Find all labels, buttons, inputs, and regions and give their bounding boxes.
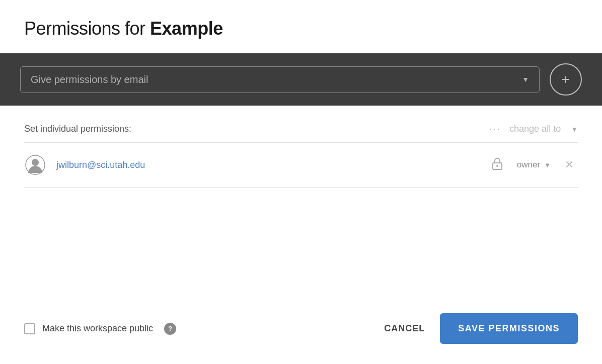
email-dropdown[interactable]: Give permissions by email ▼ [20, 66, 540, 93]
save-permissions-button[interactable]: SAVE PERMISSIONS [440, 313, 578, 344]
lock-icon [492, 157, 503, 173]
permission-row: jwilburn@sci.utah.edu owner ▼ ✕ [24, 143, 578, 187]
role-chevron-icon: ▼ [544, 161, 551, 169]
dots-spacer: ··· change all to ▼ [131, 124, 578, 134]
chevron-down-icon: ▼ [522, 75, 529, 83]
role-label: owner [517, 160, 540, 170]
public-workspace-label: Make this workspace public [42, 323, 153, 334]
permissions-label: Set individual permissions: [24, 124, 131, 134]
public-workspace-checkbox[interactable] [24, 323, 35, 334]
public-workspace-container: Make this workspace public ? [24, 323, 369, 335]
change-all-chevron-icon[interactable]: ▼ [571, 125, 578, 133]
footer-area: Make this workspace public ? CANCEL SAVE… [0, 299, 602, 364]
svg-point-1 [32, 159, 39, 166]
content-area: Set individual permissions: ··· change a… [0, 106, 602, 299]
page-title: Permissions for Example [0, 0, 602, 53]
help-icon[interactable]: ? [164, 323, 176, 335]
add-permission-button[interactable]: + [550, 63, 582, 96]
role-dropdown[interactable]: owner ▼ [517, 160, 551, 170]
more-options-icon[interactable]: ··· [489, 124, 501, 134]
email-placeholder: Give permissions by email [31, 74, 148, 85]
user-avatar-icon [24, 154, 46, 176]
user-email[interactable]: jwilburn@sci.utah.edu [56, 160, 482, 170]
header-bar: Give permissions by email ▼ + [0, 53, 602, 106]
plus-icon: + [562, 72, 570, 86]
change-all-to-label: change all to [509, 124, 561, 134]
svg-point-3 [496, 165, 498, 167]
cancel-button[interactable]: CANCEL [369, 314, 440, 343]
divider-bottom [24, 187, 578, 188]
permissions-header: Set individual permissions: ··· change a… [24, 124, 578, 134]
remove-user-button[interactable]: ✕ [561, 157, 578, 172]
